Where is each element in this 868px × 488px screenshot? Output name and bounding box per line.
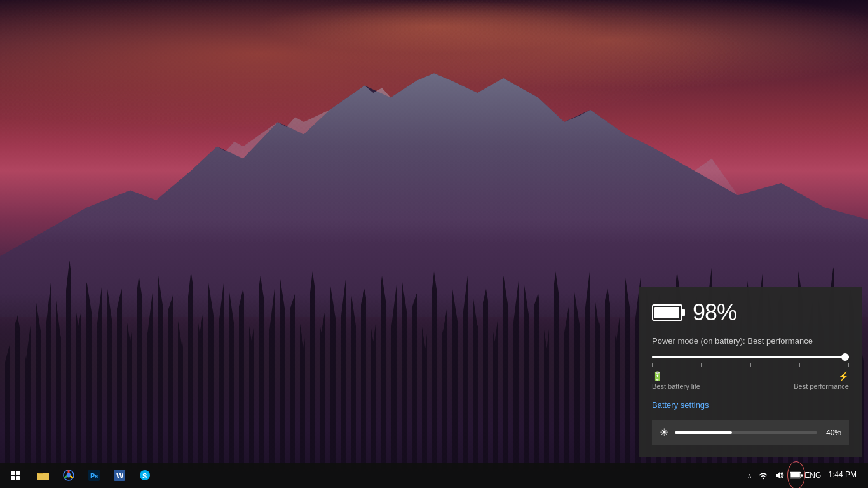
start-button[interactable] bbox=[0, 463, 31, 488]
taskbar: Ps W S ∧ bbox=[0, 463, 868, 488]
performance-icon: ⚡ bbox=[838, 371, 849, 381]
show-hidden-icons-button[interactable]: ∧ bbox=[745, 472, 754, 479]
slider-fill bbox=[652, 356, 849, 358]
taskbar-left: Ps W S bbox=[0, 463, 158, 488]
brightness-bar[interactable] bbox=[675, 431, 817, 434]
network-tray-icon[interactable] bbox=[756, 463, 771, 488]
network-icon bbox=[758, 471, 768, 480]
slider-track[interactable] bbox=[652, 356, 849, 358]
brightness-fill bbox=[675, 431, 732, 434]
svg-line-6 bbox=[64, 476, 67, 478]
skype-icon: S bbox=[139, 470, 151, 481]
chrome-icon bbox=[63, 470, 74, 481]
folder-icon bbox=[37, 470, 49, 480]
svg-text:S: S bbox=[142, 472, 147, 480]
volume-tray-icon[interactable] bbox=[772, 463, 787, 488]
slider-tick-1 bbox=[652, 363, 653, 367]
battery-tray-highlight bbox=[787, 461, 805, 488]
power-slider-container[interactable]: 🔋 Best battery life ⚡ Best performance bbox=[652, 356, 849, 390]
brightness-section: ☀ 40% bbox=[652, 420, 849, 445]
language-indicator[interactable]: ENG bbox=[805, 463, 820, 488]
slider-tick-2 bbox=[701, 363, 702, 367]
power-mode-text: Power mode (on battery): Best performanc… bbox=[652, 336, 849, 346]
taskbar-app-file-explorer[interactable] bbox=[31, 463, 56, 488]
svg-point-13 bbox=[763, 478, 764, 479]
brightness-value: 40% bbox=[824, 428, 841, 437]
brightness-icon: ☀ bbox=[660, 426, 668, 438]
volume-icon bbox=[775, 471, 785, 480]
battery-fill bbox=[654, 307, 679, 318]
clock-area[interactable]: 1:44 PM bbox=[822, 463, 863, 488]
battery-icon-large bbox=[652, 304, 682, 321]
slider-ticks bbox=[652, 363, 849, 367]
best-battery-label: Best battery life bbox=[652, 383, 700, 390]
slider-labels: 🔋 Best battery life ⚡ Best performance bbox=[652, 371, 849, 390]
battery-tray-icon[interactable] bbox=[789, 463, 804, 488]
taskbar-app-chrome[interactable] bbox=[56, 463, 81, 488]
battery-popup: 98% Power mode (on battery): Best perfor… bbox=[639, 287, 862, 458]
slider-tick-4 bbox=[799, 363, 800, 367]
best-performance-label: Best performance bbox=[794, 383, 849, 390]
slider-thumb[interactable] bbox=[841, 353, 849, 361]
photoshop-icon: Ps bbox=[88, 470, 100, 481]
desktop: 98% Power mode (on battery): Best perfor… bbox=[0, 0, 868, 488]
taskbar-app-word[interactable]: W bbox=[107, 463, 132, 488]
slider-tick-5 bbox=[848, 363, 849, 367]
svg-line-5 bbox=[70, 476, 73, 478]
battery-life-icon: 🔋 bbox=[652, 371, 663, 381]
svg-text:Ps: Ps bbox=[90, 472, 98, 480]
taskbar-right: ∧ bbox=[745, 463, 868, 488]
taskbar-app-skype[interactable]: S bbox=[132, 463, 158, 488]
taskbar-app-photoshop[interactable]: Ps bbox=[81, 463, 107, 488]
windows-icon bbox=[11, 471, 20, 480]
battery-header: 98% bbox=[652, 299, 849, 326]
slider-label-right: ⚡ Best performance bbox=[794, 371, 849, 390]
clock-time: 1:44 PM bbox=[828, 470, 857, 480]
slider-tick-3 bbox=[750, 363, 751, 367]
slider-label-left: 🔋 Best battery life bbox=[652, 371, 700, 390]
svg-text:W: W bbox=[116, 471, 124, 480]
word-icon: W bbox=[114, 470, 125, 481]
battery-settings-link[interactable]: Battery settings bbox=[652, 400, 849, 410]
battery-percentage: 98% bbox=[693, 299, 736, 326]
